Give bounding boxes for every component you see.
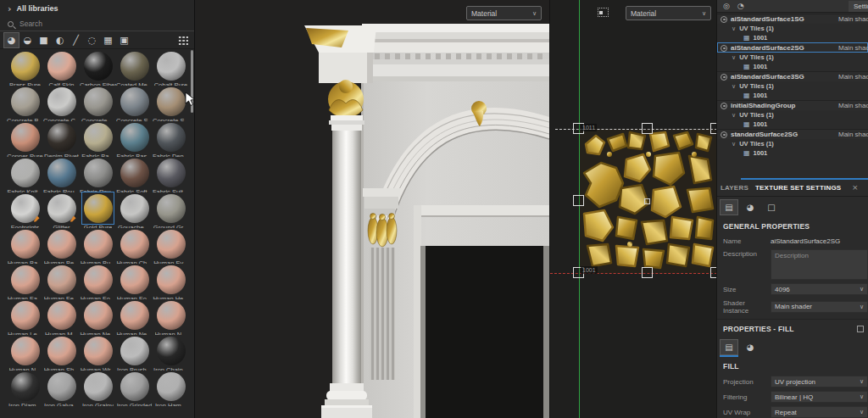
material-item[interactable]: Fabric Soft... <box>116 157 153 192</box>
material-item[interactable]: Fabric Bas... <box>116 121 153 157</box>
size-dropdown[interactable]: 4096 ∨ <box>771 283 868 295</box>
material-item[interactable]: Concrete C... <box>43 86 80 121</box>
transform-handle[interactable] <box>710 123 716 134</box>
uv-tile-row[interactable]: ▦1001 <box>717 91 868 100</box>
material-item[interactable]: Iron Diam... <box>7 371 43 406</box>
material-item[interactable]: Fabric Rou... <box>43 157 80 192</box>
material-item[interactable]: Copper Pure <box>7 121 43 157</box>
material-sphere-icon[interactable]: ◕ <box>742 200 759 215</box>
fill-material-icon[interactable]: ◕ <box>742 340 759 354</box>
uv-wrap-dropdown[interactable]: Repeat ∨ <box>771 406 868 418</box>
tab-texture-set-settings[interactable]: TEXTURE SET SETTINGS <box>755 184 841 192</box>
material-item[interactable]: Human N... <box>153 299 189 335</box>
filtering-dropdown[interactable]: Bilinear | HQ ∨ <box>771 391 868 403</box>
uv-mesh-icon[interactable]: □ <box>763 200 780 215</box>
name-value[interactable]: aiStandardSurface2SG <box>771 237 840 245</box>
filter-materials-icon[interactable]: ◕ <box>4 33 19 47</box>
viewport-2d[interactable]: Material ∨ <box>549 0 716 418</box>
material-item[interactable]: Glitter <box>43 192 80 228</box>
uv-tiles-row[interactable]: ∨UV Tiles (1) <box>717 81 868 91</box>
filter-procedurals-icon[interactable]: ▦ <box>101 33 115 47</box>
material-item[interactable]: Human Be... <box>43 228 80 264</box>
filter-smart-masks-icon[interactable]: ■ <box>36 33 51 47</box>
tab-layers[interactable]: LAYERS <box>721 184 748 192</box>
transform-handle[interactable] <box>642 123 653 134</box>
material-item[interactable]: Human Ne... <box>116 299 153 335</box>
material-item[interactable]: Human Ey... <box>153 228 189 264</box>
material-item[interactable]: Iron Grinded <box>116 371 153 406</box>
panel-options-icon[interactable] <box>857 326 864 332</box>
shader-instance-dropdown[interactable]: Main shader ∨ <box>771 301 868 313</box>
material-item[interactable]: Brass Pure <box>7 50 43 86</box>
uv-tiles-row[interactable]: ∨UV Tiles (1) <box>717 139 868 148</box>
material-item[interactable]: Concrete ... <box>80 86 116 121</box>
material-item[interactable]: Fabric Rou... <box>80 157 116 192</box>
material-item[interactable]: Human Fo... <box>116 264 153 299</box>
material-item[interactable]: Human Sh... <box>43 335 80 371</box>
contrast-view-icon[interactable]: ◔ <box>737 3 744 10</box>
material-item[interactable]: Denim Rivet <box>43 121 80 157</box>
material-item[interactable]: Iron Galva... <box>43 371 80 406</box>
visibility-icon[interactable] <box>721 131 727 138</box>
projection-dropdown[interactable]: UV projection ∨ <box>771 376 868 387</box>
visibility-icon[interactable] <box>721 45 727 52</box>
transform-handle[interactable] <box>710 267 716 278</box>
visibility-icon[interactable] <box>721 103 727 109</box>
viewport-3d[interactable]: Material ∨ <box>195 0 549 418</box>
grid-view-icon[interactable] <box>178 36 188 45</box>
texture-set-row[interactable]: aiStandardSurface2SGMain shader <box>717 42 868 53</box>
material-item[interactable]: Human Wr... <box>80 335 116 371</box>
material-item[interactable]: Fabric Ba... <box>80 121 116 157</box>
shelf-search[interactable]: Search <box>0 17 194 31</box>
material-item[interactable]: Human Fe... <box>43 264 80 299</box>
material-item[interactable]: Gouache ... <box>116 192 153 228</box>
filter-brushes-icon[interactable]: ╱ <box>69 33 83 47</box>
material-item[interactable]: Concrete B... <box>7 86 43 121</box>
close-icon[interactable]: × <box>852 183 859 192</box>
material-item[interactable]: Fabric Den... <box>153 121 189 157</box>
material-item[interactable]: Human M... <box>43 299 80 335</box>
shading-mode-dropdown-2d[interactable]: Material ∨ <box>626 6 711 20</box>
material-item[interactable]: Human Fa... <box>7 264 43 299</box>
texture-set-row[interactable]: aiStandardSurface1SGMain shader <box>717 14 868 24</box>
filter-textures-icon[interactable]: ▣ <box>117 33 131 47</box>
material-item[interactable]: Fabric Suit ... <box>153 157 189 192</box>
texture-set-row[interactable]: standardSurface2SGMain shader <box>717 129 868 139</box>
material-item[interactable]: Iron Ham... <box>153 371 189 406</box>
material-item[interactable]: Human Bu... <box>80 228 116 264</box>
fill-properties-icon[interactable]: ▤ <box>721 340 737 354</box>
material-item[interactable]: Carbon Fiber <box>80 50 116 86</box>
texture-set-row[interactable]: aiStandardSurface3SGMain shader <box>717 71 868 81</box>
uv-tile-row[interactable]: ▦1001 <box>717 120 868 129</box>
material-item[interactable]: Human Ne... <box>80 299 116 335</box>
uv-tiles-row[interactable]: ∨UV Tiles (1) <box>717 24 868 33</box>
description-input[interactable]: Description <box>771 249 868 280</box>
material-item[interactable]: Concrete S... <box>116 86 153 121</box>
visibility-icon[interactable] <box>721 74 727 81</box>
filter-alphas-icon[interactable]: ◌ <box>85 33 99 47</box>
material-item[interactable]: Iron Brush... <box>116 335 153 371</box>
material-item[interactable]: Human Ba... <box>7 228 43 264</box>
transform-handle[interactable] <box>642 267 653 278</box>
udim-tiles-icon[interactable] <box>598 8 609 17</box>
material-item[interactable]: Cobalt Pure <box>153 50 189 86</box>
material-item[interactable]: Human He... <box>153 264 189 299</box>
uv-tiles-row[interactable]: ∨UV Tiles (1) <box>717 53 868 62</box>
uv-tile-row[interactable]: ▦1001 <box>717 62 868 71</box>
transform-handle[interactable] <box>573 195 584 206</box>
transform-center-handle[interactable] <box>644 198 650 204</box>
material-item[interactable]: Concrete S... <box>153 86 189 121</box>
texture-set-row[interactable]: initialShadingGroupMain shader <box>717 100 868 110</box>
visibility-icon[interactable] <box>721 16 727 23</box>
uv-tiles-row[interactable]: ∨UV Tiles (1) <box>717 110 868 120</box>
material-item[interactable]: Human Fo... <box>80 264 116 299</box>
material-item[interactable]: Human Le... <box>7 299 43 335</box>
material-item[interactable]: Coated Me... <box>116 50 153 86</box>
uv-tile-row[interactable]: ▦1001 <box>717 33 868 42</box>
filter-filters-icon[interactable]: ◐ <box>53 33 67 47</box>
material-item[interactable]: Calf Skin <box>43 50 80 86</box>
material-item[interactable]: Ground Gr... <box>153 192 189 228</box>
filter-smart-materials-icon[interactable]: ◒ <box>20 33 35 47</box>
material-item[interactable]: Fabric Knit... <box>7 157 43 192</box>
uv-tile-row[interactable]: ▦1001 <box>717 148 868 158</box>
